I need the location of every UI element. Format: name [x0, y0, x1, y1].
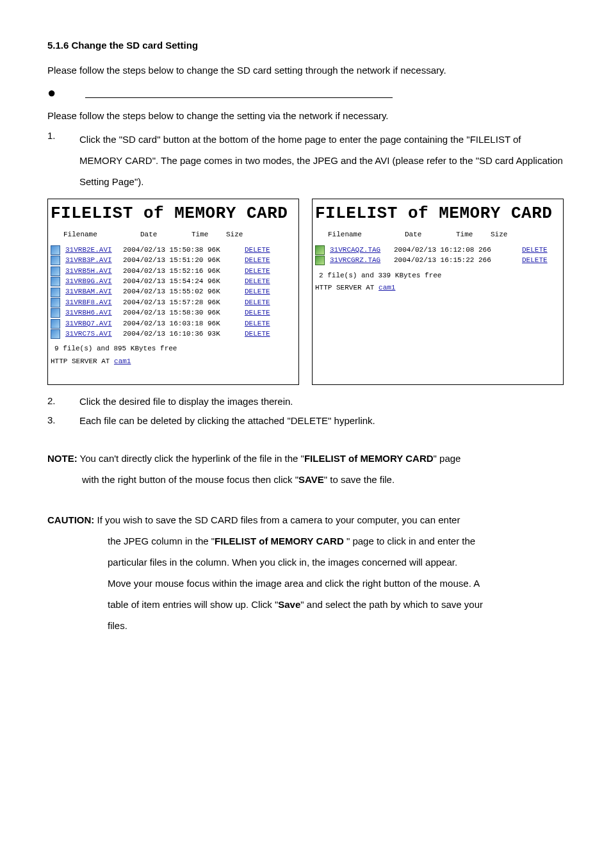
step-number: 2. — [47, 394, 79, 409]
server-link[interactable]: cam1 — [114, 357, 131, 365]
avi-file-icon — [51, 277, 60, 286]
col-date: Date — [405, 230, 456, 240]
server-line: HTTP SERVER AT cam1 — [51, 357, 296, 366]
delete-link[interactable]: DELETE — [245, 277, 270, 286]
step-number: 1. — [47, 129, 79, 192]
caution-text: particular files in the column. When you… — [108, 552, 564, 573]
file-link[interactable]: 31VRBF8.AVI — [65, 298, 123, 307]
ordered-steps: 1. Click the "SD card" button at the bot… — [47, 129, 564, 192]
avi-file-icon — [51, 266, 60, 276]
step-text: Click the "SD card" button at the bottom… — [79, 129, 564, 192]
panel-title: FILELIST of MEMORY CARD — [315, 202, 560, 225]
delete-link[interactable]: DELETE — [245, 319, 270, 329]
col-date: Date — [140, 230, 191, 240]
delete-link[interactable]: DELETE — [245, 287, 270, 297]
file-row: 31VRB9G.AVI2004/02/13 15:54:24 96KDELETE — [51, 277, 296, 286]
file-link[interactable]: 31VRC7S.AVI — [65, 329, 123, 339]
delete-link[interactable]: DELETE — [245, 256, 270, 265]
delete-link[interactable]: DELETE — [245, 329, 270, 339]
step-3: 3. Each file can be deleted by clicking … — [47, 413, 564, 429]
caution-bold: FILELIST of MEMORY CARD — [215, 536, 346, 546]
file-link[interactable]: 31VRBQ7.AVI — [65, 319, 123, 329]
file-row: 31VRB2E.AVI2004/02/13 15:50:38 96KDELETE — [51, 245, 296, 255]
file-datetime-size: 2004/02/13 15:51:20 96K — [123, 256, 225, 265]
server-line: HTTP SERVER AT cam1 — [315, 283, 560, 293]
delete-link[interactable]: DELETE — [245, 308, 270, 318]
file-link[interactable]: 31VRCAQZ.TAG — [330, 245, 394, 255]
note-bold: FILELIST of MEMORY CARD — [304, 453, 434, 464]
server-link[interactable]: cam1 — [379, 284, 395, 291]
file-row: 31VRB3P.AVI2004/02/13 15:51:20 96KDELETE — [51, 256, 296, 265]
intro-paragraph-2: Please follow the steps below to change … — [47, 109, 564, 122]
note-text: " to save the file. — [324, 474, 395, 485]
col-size: Size — [226, 230, 252, 240]
col-filename: Filename — [328, 230, 405, 240]
filelist-panel-jpeg: FILELIST of MEMORY CARD Filename Date Ti… — [312, 199, 564, 385]
note-block: NOTE: You can't directly click the hyper… — [47, 448, 564, 490]
avi-file-icon — [51, 245, 60, 255]
file-row: 31VRBAM.AVI2004/02/13 15:55:02 96KDELETE — [51, 287, 296, 297]
column-headers: Filename Date Time Size — [315, 227, 560, 245]
file-link[interactable]: 31VRBAM.AVI — [65, 287, 123, 297]
step-text: Click the desired file to display the im… — [79, 394, 564, 409]
file-datetime-size: 2004/02/13 16:12:08 266 — [394, 245, 503, 255]
caution-text: " and select the path by which to save y… — [300, 599, 483, 610]
delete-link[interactable]: DELETE — [245, 298, 270, 307]
file-row: 31VRBF8.AVI2004/02/13 15:57:28 96KDELETE — [51, 298, 296, 307]
note-bold: SAVE — [298, 474, 324, 485]
note-text: You can't directly click the hyperlink o… — [77, 453, 304, 464]
file-datetime-size: 2004/02/13 15:52:16 96K — [123, 266, 225, 276]
jpeg-file-icon — [315, 245, 325, 255]
avi-file-icon — [51, 256, 60, 265]
caution-text: " page to click in and enter the — [346, 536, 475, 546]
step-number: 3. — [47, 413, 79, 429]
file-link[interactable]: 31VRB3P.AVI — [65, 256, 123, 265]
file-link[interactable]: 31VRCGRZ.TAG — [330, 256, 394, 265]
caution-block: CAUTION: If you wish to save the SD CARD… — [47, 509, 564, 636]
avi-file-icon — [51, 319, 60, 329]
file-datetime-size: 2004/02/13 15:57:28 96K — [123, 298, 225, 307]
file-link[interactable]: 31VRB5H.AVI — [65, 266, 123, 276]
caution-bold: Save — [278, 599, 300, 610]
avi-file-icon — [51, 298, 60, 307]
file-row: 31VRBQ7.AVI2004/02/13 16:03:18 96KDELETE — [51, 319, 296, 329]
caution-text: Move your mouse focus within the image a… — [108, 573, 564, 594]
delete-link[interactable]: DELETE — [522, 256, 548, 265]
step-2: 2. Click the desired file to display the… — [47, 394, 564, 409]
file-row: 31VRCAQZ.TAG2004/02/13 16:12:08 266DELET… — [315, 245, 560, 255]
delete-link[interactable]: DELETE — [245, 245, 270, 255]
avi-file-icon — [51, 308, 60, 318]
file-link[interactable]: 31VRBH6.AVI — [65, 308, 123, 318]
filelist-panel-avi: FILELIST of MEMORY CARD Filename Date Ti… — [47, 199, 299, 385]
jpeg-file-icon — [315, 256, 325, 265]
caution-text: table of item entries will show up. Clic… — [108, 599, 278, 610]
server-prefix: HTTP SERVER AT — [315, 284, 379, 291]
avi-file-icon — [51, 288, 60, 297]
caution-text: the JPEG column in the " — [108, 536, 215, 546]
caution-text: files. — [108, 615, 564, 636]
file-datetime-size: 2004/02/13 16:15:22 266 — [394, 256, 503, 265]
caution-text: If you wish to save the SD CARD files fr… — [94, 514, 460, 525]
caution-label: CAUTION: — [47, 514, 94, 525]
file-datetime-size: 2004/02/13 16:03:18 96K — [123, 319, 225, 329]
file-datetime-size: 2004/02/13 16:10:36 93K — [123, 329, 225, 339]
col-time: Time — [191, 230, 226, 240]
delete-link[interactable]: DELETE — [245, 266, 270, 276]
file-row: 31VRC7S.AVI2004/02/13 16:10:36 93KDELETE — [51, 329, 296, 339]
file-row: 31VRBH6.AVI2004/02/13 15:58:30 96KDELETE — [51, 308, 296, 318]
panel-title: FILELIST of MEMORY CARD — [51, 202, 296, 225]
file-link[interactable]: 31VRB9G.AVI — [65, 277, 123, 286]
screenshot-panels: FILELIST of MEMORY CARD Filename Date Ti… — [47, 199, 564, 385]
file-datetime-size: 2004/02/13 15:55:02 96K — [123, 287, 225, 297]
col-size: Size — [491, 230, 516, 240]
file-summary: 2 file(s) and 339 KBytes free — [319, 271, 560, 281]
col-filename: Filename — [63, 230, 140, 240]
column-headers: Filename Date Time Size — [51, 227, 296, 245]
file-link[interactable]: 31VRB2E.AVI — [65, 245, 123, 255]
file-datetime-size: 2004/02/13 15:50:38 96K — [123, 245, 225, 255]
delete-link[interactable]: DELETE — [522, 245, 548, 255]
file-datetime-size: 2004/02/13 15:58:30 96K — [123, 308, 225, 318]
section-heading: 5.1.6 Change the SD card Setting — [47, 38, 564, 52]
intro-paragraph-1: Please follow the steps below to change … — [47, 63, 564, 77]
note-text: " page — [434, 453, 461, 464]
